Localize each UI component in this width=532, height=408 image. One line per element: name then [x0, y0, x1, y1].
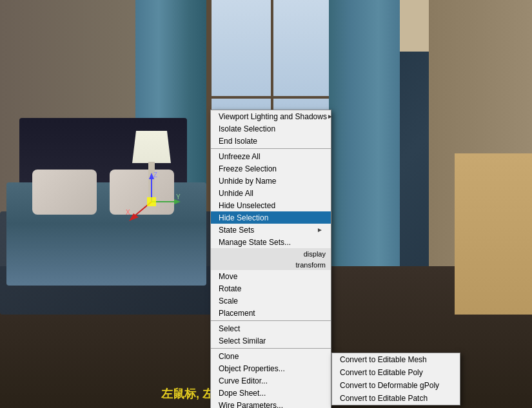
menu-item-hide-selection[interactable]: Hide Selection — [211, 211, 331, 224]
menu-item-scale[interactable]: Scale — [211, 295, 331, 307]
menu-item-curve-editor[interactable]: Curve Editor... — [211, 374, 331, 387]
section-transform-label: transform — [211, 259, 331, 270]
scene-lamp-shade — [132, 131, 171, 163]
menu-item-unhide-by-name[interactable]: Unhide by Name — [211, 175, 331, 187]
menu-item-rotate[interactable]: Rotate — [211, 282, 331, 295]
scene-pillow-left — [32, 170, 97, 215]
svg-text:X: X — [126, 209, 130, 216]
convert-to-submenu: Convert to Editable Mesh Convert to Edit… — [331, 353, 460, 405]
menu-item-move[interactable]: Move — [211, 270, 331, 282]
transform-gizmo: Z Y X — [119, 170, 184, 234]
menu-item-manage-state-sets[interactable]: Manage State Sets... — [211, 236, 331, 248]
submenu-arrow-icon: ► — [327, 113, 333, 120]
menu-item-unhide-all[interactable]: Unhide All — [211, 187, 331, 199]
menu-divider-2 — [211, 320, 331, 321]
menu-divider-1 — [211, 148, 331, 149]
menu-item-select[interactable]: Select — [211, 322, 331, 335]
submenu-arrow-state-sets-icon: ► — [317, 226, 323, 233]
svg-text:Z: Z — [153, 171, 157, 179]
menu-item-clone[interactable]: Clone — [211, 350, 331, 362]
menu-item-select-similar[interactable]: Select Similar — [211, 335, 331, 347]
menu-item-isolate-selection[interactable]: Isolate Selection — [211, 122, 331, 135]
menu-item-freeze-selection[interactable]: Freeze Selection — [211, 162, 331, 175]
menu-item-editable-patch[interactable]: Convert to Editable Patch — [332, 392, 460, 405]
menu-item-placement[interactable]: Placement — [211, 307, 331, 319]
section-display-label: display — [211, 248, 331, 259]
menu-item-unfreeze-all[interactable]: Unfreeze All — [211, 150, 331, 162]
menu-item-end-isolate[interactable]: End Isolate — [211, 135, 331, 147]
menu-item-viewport-lighting[interactable]: Viewport Lighting and Shadows ► — [211, 110, 331, 122]
menu-item-editable-poly[interactable]: Convert to Editable Poly — [332, 366, 460, 379]
menu-item-editable-mesh[interactable]: Convert to Editable Mesh — [332, 353, 460, 366]
menu-item-state-sets[interactable]: State Sets ► — [211, 224, 331, 236]
svg-text:Y: Y — [176, 193, 181, 200]
menu-item-dope-sheet[interactable]: Dope Sheet... — [211, 387, 331, 399]
menu-item-hide-unselected[interactable]: Hide Unselected — [211, 199, 331, 211]
context-menu: Viewport Lighting and Shadows ► Isolate … — [210, 110, 331, 408]
scene-nightstand — [455, 153, 532, 315]
menu-divider-3 — [211, 348, 331, 349]
menu-item-object-properties[interactable]: Object Properties... — [211, 362, 331, 374]
viewport: Z Y X 左鼠标, 左箭工 Viewport Lighting and Sha… — [0, 0, 532, 408]
svg-rect-9 — [147, 197, 156, 206]
menu-item-deformable-gpoly[interactable]: Convert to Deformable gPoly — [332, 379, 460, 392]
menu-item-wire-parameters[interactable]: Wire Parameters... — [211, 399, 331, 408]
